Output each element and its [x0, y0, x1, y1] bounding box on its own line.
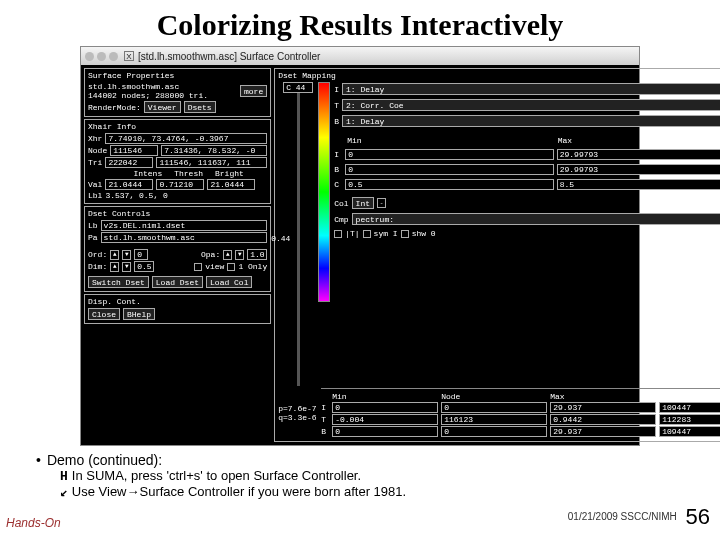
dr-b-min	[332, 426, 438, 437]
lbl-value: 3.537, 0.5, 0	[105, 191, 167, 200]
opa-field[interactable]	[247, 249, 267, 260]
i-select[interactable]: 1: Delay	[342, 83, 720, 95]
dim-label: Dim:	[88, 262, 107, 271]
dim-up[interactable]: ▲	[110, 262, 119, 272]
ord-up[interactable]: ▲	[110, 250, 119, 260]
opa-down[interactable]: ▼	[235, 250, 244, 260]
footer-org: SSCC/NIMH	[621, 511, 677, 522]
app-body: Surface Properties std.lh.smoothwm.asc 1…	[81, 65, 639, 445]
int-menu[interactable]: -	[377, 198, 386, 208]
dsets-button[interactable]: Dsets	[184, 101, 216, 113]
window-titlebar[interactable]: X [std.lh.smoothwm.asc] Surface Controll…	[81, 47, 639, 65]
colorbar-value: 0.44	[271, 234, 290, 243]
t-label: T	[334, 101, 339, 110]
node-field-2[interactable]	[161, 145, 267, 156]
view-label: view	[205, 262, 224, 271]
surface-name: std.lh.smoothwm.asc	[88, 82, 237, 91]
dr-i-n2	[659, 402, 720, 413]
sub-line-1: HIn SUMA, press 'ctrl+s' to open Surface…	[60, 468, 700, 484]
abs-check[interactable]	[334, 230, 342, 238]
right-panel: Dset Mapping 0.44 I 1: Delay	[274, 68, 720, 442]
dset-controls-title: Dset Controls	[88, 209, 267, 218]
tri-field-1[interactable]	[105, 157, 153, 168]
b-select[interactable]: 1: Delay	[342, 115, 720, 127]
page-number: 56	[686, 504, 710, 529]
shw0-check[interactable]	[401, 230, 409, 238]
dr-t-n1	[441, 414, 547, 425]
tri-field-2[interactable]	[156, 157, 267, 168]
pval-2: q=3.3e-6	[278, 413, 318, 422]
i-max[interactable]	[557, 149, 720, 160]
val-1[interactable]	[105, 179, 153, 190]
pval-1: p=7.6e-7	[278, 404, 318, 413]
left-panel: Surface Properties std.lh.smoothwm.asc 1…	[84, 68, 271, 442]
zoom-dot[interactable]	[109, 52, 118, 61]
xhr-label: Xhr	[88, 134, 102, 143]
view-check[interactable]	[194, 263, 202, 271]
dset-controls-section: Dset Controls Lb Pa Ord: ▲ ▼ Opa: ▲	[84, 206, 271, 292]
dgnode-h: Node	[659, 392, 720, 401]
dim-down[interactable]: ▼	[122, 262, 131, 272]
val-2[interactable]	[156, 179, 204, 190]
mapping-controls: I 1: Delay ? v T 2: Corr. Coe ? v	[334, 82, 720, 386]
xhr-field[interactable]	[105, 133, 267, 144]
close-button[interactable]: Close	[88, 308, 120, 320]
footer-date: 01/21/2009	[568, 511, 618, 522]
only-check[interactable]	[227, 263, 235, 271]
min-header: Min	[347, 136, 555, 145]
window-title: [std.lh.smoothwm.asc] Surface Controller	[138, 51, 320, 62]
load-col-button[interactable]: Load Col	[206, 276, 252, 288]
ord-down[interactable]: ▼	[122, 250, 131, 260]
bright-label: Bright	[215, 169, 244, 178]
close-dot[interactable]	[85, 52, 94, 61]
t-select[interactable]: 2: Corr. Coe	[342, 99, 720, 111]
more-button[interactable]: more	[240, 85, 267, 97]
b-min[interactable]	[345, 164, 554, 175]
pa-label: Pa	[88, 233, 98, 242]
dmin-h: Min	[332, 392, 438, 401]
i-min[interactable]	[345, 149, 554, 160]
c-max[interactable]	[557, 179, 720, 190]
cmp-select[interactable]: pectrum:	[352, 213, 720, 225]
node-label: Node	[88, 146, 107, 155]
colorbar[interactable]	[318, 82, 330, 302]
thresh-label: Thresh	[174, 169, 203, 178]
sym-check[interactable]	[363, 230, 371, 238]
ord-field[interactable]	[134, 249, 148, 260]
b-label: B	[334, 117, 339, 126]
node-field-1[interactable]	[110, 145, 158, 156]
dr-b-max	[550, 426, 656, 437]
dim-field[interactable]	[134, 261, 154, 272]
dr-t-min	[332, 414, 438, 425]
dr-t-n2	[659, 414, 720, 425]
cmp-label: Cmp	[334, 215, 348, 224]
opa-up[interactable]: ▲	[223, 250, 232, 260]
bhelp-button[interactable]: BHelp	[123, 308, 155, 320]
c-min[interactable]	[345, 179, 554, 190]
c44-field[interactable]	[283, 82, 313, 93]
window-controls[interactable]	[85, 52, 118, 61]
col-label: Col	[334, 199, 348, 208]
minimize-dot[interactable]	[97, 52, 106, 61]
surface-properties-section: Surface Properties std.lh.smoothwm.asc 1…	[84, 68, 271, 117]
dr-i-max	[550, 402, 656, 413]
hand-icon: H	[60, 469, 68, 484]
switch-dset-button[interactable]: Switch Dset	[88, 276, 149, 288]
dset-mapping-section: Dset Mapping 0.44 I 1: Delay	[274, 68, 720, 442]
lb-label: Lb	[88, 221, 98, 230]
lb-field[interactable]	[101, 220, 268, 231]
sub-line-2: ↙Use View→Surface Controller if you were…	[60, 484, 700, 500]
pa-field[interactable]	[101, 232, 268, 243]
threshold-slider-track[interactable]	[297, 93, 300, 386]
val-3[interactable]	[207, 179, 255, 190]
opa-label: Opa:	[201, 250, 220, 259]
b-max[interactable]	[557, 164, 720, 175]
render-mode-select[interactable]: Viewer	[144, 101, 181, 113]
dr-t-max	[550, 414, 656, 425]
shw0-label: shw 0	[412, 229, 436, 238]
int-select[interactable]: Int	[352, 197, 374, 209]
only-label: 1 Only	[238, 262, 267, 271]
load-dset-button[interactable]: Load Dset	[152, 276, 203, 288]
slide-title: Colorizing Results Interactively	[0, 0, 720, 46]
max-header: Max	[558, 136, 720, 145]
